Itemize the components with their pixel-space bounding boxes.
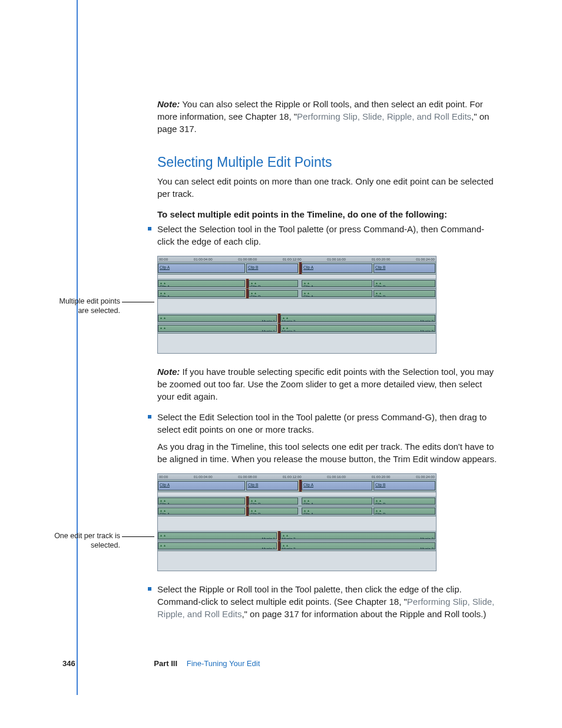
- bullet-3-b: ," on page 317 for information about the…: [242, 609, 486, 619]
- clip: ▲▲Clip B: [249, 280, 298, 287]
- figure-caption-2: One edit per track is selected.: [44, 531, 120, 551]
- clip: Clip B: [373, 263, 435, 273]
- clip: Clip A: [302, 481, 372, 490]
- clip-label: Music 2: [421, 546, 434, 549]
- clip: ▲▲Music 1: [158, 325, 277, 332]
- clip: ▲▲Clip B: [373, 290, 435, 297]
- clip: Clip A: [158, 481, 245, 490]
- xref-link[interactable]: Performing Slip, Slide, Ripple, and Roll…: [297, 111, 471, 121]
- time-ruler: 00:00 01:00:04:00 01:00:08:00 01:00:12:0…: [158, 474, 436, 480]
- audio-track-2: ▲▲Clip A ▲▲Clip B ▲▲Clip A ▲▲Clip B: [158, 506, 436, 516]
- clip: ▲▲Clip A: [158, 508, 245, 515]
- clip: ▲▲Clip B: [249, 508, 298, 515]
- clip: ▲▲Music 2Music 2: [280, 542, 435, 549]
- page-number: 346: [62, 659, 75, 668]
- body-column: Note: You can also select the Ripple or …: [157, 0, 498, 620]
- tick: 01:00:04:00: [194, 474, 213, 479]
- note-prefix: Note:: [157, 99, 180, 109]
- clip-label: Music 2: [421, 536, 434, 539]
- zoom-note: Note: If you have trouble selecting spec…: [157, 365, 498, 403]
- clip: ▲▲Clip A: [158, 280, 245, 287]
- clip-label: Music 2: [421, 329, 434, 332]
- tick: 01:00:20:00: [372, 474, 391, 479]
- caption-line: One edit per track is: [44, 531, 120, 541]
- clip: ▲▲Clip A: [302, 498, 372, 505]
- clip: ▲▲Clip A: [158, 290, 245, 297]
- music-track-1: ▲▲Music 1 ▲▲Music 2Music 2: [158, 531, 436, 541]
- audio-track-2: ▲▲Clip A ▲▲Clip B ▲▲Clip A ▲▲Clip B: [158, 289, 436, 299]
- bullet-3: Select the Ripple or Roll tool in the To…: [157, 583, 498, 620]
- audio-track-1: ▲▲Clip A ▲▲Clip B ▲▲Clip A ▲▲Clip B: [158, 496, 436, 506]
- bullet-icon: [148, 227, 151, 230]
- bullet-2-text: Select the Edit Selection tool in the To…: [157, 412, 487, 434]
- timeline-figure-1: 00:00 01:00:04:00 01:00:08:00 01:00:12:0…: [157, 256, 437, 354]
- gap: [158, 275, 436, 279]
- clip: Clip B: [246, 263, 298, 273]
- clip: Clip B: [373, 481, 435, 490]
- note-intro: Note: You can also select the Ripple or …: [157, 98, 498, 135]
- timeline-figure-2: 00:00 01:00:04:00 01:00:08:00 01:00:12:0…: [157, 473, 437, 571]
- clip: ▲▲Clip B: [249, 498, 298, 505]
- clip: Clip A: [302, 263, 372, 273]
- clip: ▲▲Music 2Music 2: [280, 325, 435, 332]
- clip: ▲▲Clip B: [373, 508, 435, 515]
- caption-line: selected.: [44, 541, 120, 550]
- clip: ▲▲Clip A: [302, 290, 372, 297]
- tick: 01:00:24:00: [416, 256, 435, 262]
- section-heading: Selecting Multiple Edit Points: [157, 153, 498, 172]
- clip: ▲▲Clip B: [373, 498, 435, 505]
- gap: [158, 516, 436, 531]
- tick: 01:00:12:00: [283, 256, 302, 262]
- caption-line: Multiple edit points: [44, 297, 120, 306]
- zoom-note-body: If you have trouble selecting specific e…: [157, 367, 494, 401]
- clip-label: Music 2: [421, 319, 434, 322]
- clip: ▲▲Clip A: [302, 280, 372, 287]
- clip: ▲▲Clip B: [249, 290, 298, 297]
- leader-line: [122, 302, 154, 302]
- clip: ▲▲Music 1: [158, 315, 277, 322]
- caption-line: are selected.: [44, 306, 120, 315]
- tick: 01:00:08:00: [238, 256, 257, 262]
- clip: ▲▲Clip B: [373, 280, 435, 287]
- tick: 00:00: [159, 474, 168, 479]
- part-title: Fine-Tuning Your Edit: [187, 659, 260, 668]
- tick: 01:00:08:00: [238, 474, 257, 479]
- gap: [158, 492, 436, 496]
- gap: [158, 299, 436, 314]
- clip: ▲▲Music 1: [158, 532, 277, 539]
- section-intro: You can select edit points on more than …: [157, 175, 498, 200]
- tick: 01:00:24:00: [416, 474, 435, 479]
- clip: ▲▲Music 2Music 2: [280, 315, 435, 322]
- page-footer: 346 Part III Fine-Tuning Your Edit: [62, 658, 562, 669]
- tick: 01:00:20:00: [372, 256, 391, 262]
- time-ruler: 00:00 01:00:04:00 01:00:08:00 01:00:12:0…: [158, 256, 436, 262]
- music-track-2: ▲▲Music 1 ▲▲Music 2Music 2: [158, 541, 436, 551]
- bullet-2-paragraph: As you drag in the Timeline, this tool s…: [157, 440, 498, 465]
- figure-caption-1: Multiple edit points are selected.: [44, 297, 120, 316]
- note-prefix: Note:: [157, 367, 180, 377]
- leader-line: [122, 536, 154, 537]
- tick: 01:00:16:00: [327, 256, 346, 262]
- bullet-1: Select the Selection tool in the Tool pa…: [157, 223, 498, 248]
- music-track-1: ▲▲Music 1 ▲▲Music 2Music 2: [158, 314, 436, 324]
- video-track-1: Clip A Clip B Clip A Clip B: [158, 262, 436, 275]
- clip: Clip B: [246, 481, 298, 490]
- bullet-2: Select the Edit Selection tool in the To…: [157, 411, 498, 436]
- clip: ▲▲Music 1: [158, 542, 277, 549]
- clip: ▲▲Clip A: [158, 498, 245, 505]
- audio-track-1: ▲▲Clip A ▲▲Clip B ▲▲Clip A ▲▲Clip B: [158, 279, 436, 289]
- bullet-icon: [148, 587, 151, 591]
- page: Note: You can also select the Ripple or …: [0, 0, 562, 728]
- clip: ▲▲Music 2Music 2: [280, 532, 435, 539]
- part-label: Part III: [154, 659, 177, 668]
- clip: Clip A: [158, 263, 245, 273]
- tick: 01:00:16:00: [327, 474, 346, 479]
- tick: 01:00:12:00: [283, 474, 302, 479]
- bullet-icon: [148, 415, 151, 419]
- tick: 00:00: [159, 256, 168, 262]
- clip: ▲▲Clip A: [302, 508, 372, 515]
- tick: 01:00:04:00: [194, 256, 213, 262]
- bullet-1-text: Select the Selection tool in the Tool pa…: [157, 224, 484, 246]
- video-track-1: Clip A Clip B Clip A Clip B: [158, 480, 436, 492]
- howto-lead: To select multiple edit points in the Ti…: [157, 208, 498, 220]
